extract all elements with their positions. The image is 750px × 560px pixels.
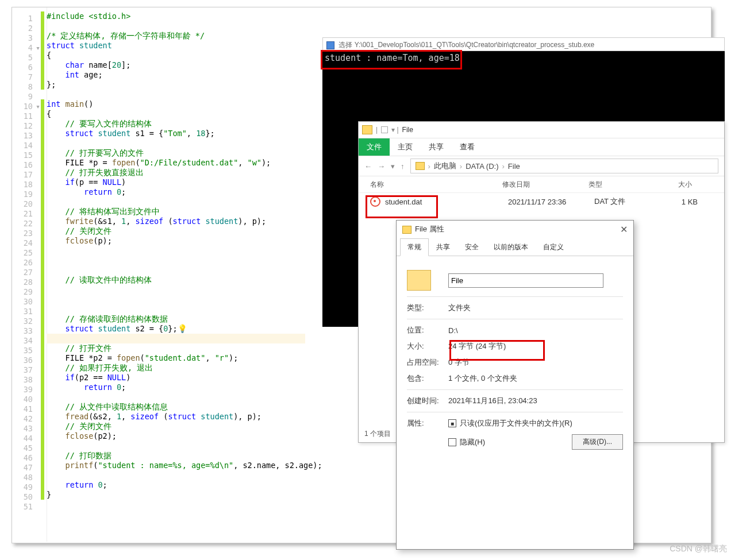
folder-icon (402, 226, 411, 234)
close-icon[interactable]: ✕ (620, 224, 628, 235)
breadcrumb[interactable]: DATA (D:) (466, 162, 498, 171)
prop-loc-value: D:\ (448, 326, 623, 335)
file-row[interactable]: student.dat 2021/11/17 23:36 DAT 文件 1 KB (359, 193, 724, 210)
readonly-checkbox[interactable]: ■只读(仅应用于文件夹中的文件)(R) (448, 418, 572, 428)
prop-created-label: 创建时间: (407, 396, 448, 406)
col-date[interactable]: 修改日期 (502, 180, 589, 190)
ptab-share[interactable]: 共享 (429, 238, 457, 256)
ptab-prev[interactable]: 以前的版本 (486, 238, 536, 256)
ptab-general[interactable]: 常规 (400, 238, 429, 256)
tab-file[interactable]: 文件 (359, 138, 390, 156)
col-name[interactable]: 名称 (370, 180, 502, 190)
folder-icon (362, 125, 372, 134)
properties-dialog[interactable]: File 属性 ✕ 常规 共享 安全 以前的版本 自定义 类型:文件夹 位置:D… (396, 220, 634, 550)
file-type: DAT 文件 (594, 196, 652, 207)
explorer-ribbon-tabs: 文件 主页 共享 查看 (359, 138, 724, 156)
properties-tabs: 常规 共享 安全 以前的版本 自定义 (397, 238, 633, 256)
explorer-titlebar[interactable]: | ▾ | File (359, 122, 724, 138)
console-title-path: Y:\001_DevelopTools\011_QT\Tools\QtCreat… (355, 41, 595, 49)
cmd-icon (326, 41, 334, 49)
prop-attr-label: 属性: (407, 418, 448, 428)
breadcrumb[interactable]: File (508, 162, 520, 171)
explorer-status: 1 个项目 (364, 429, 391, 439)
prop-disk-value: 0 字节 (448, 357, 623, 368)
ptab-security[interactable]: 安全 (457, 238, 486, 256)
nav-back-icon[interactable]: ← (364, 162, 372, 171)
breadcrumb[interactable]: 此电脑 (434, 161, 456, 171)
dialog-title: File 属性 (415, 225, 444, 233)
prop-size-value: 24 字节 (24 字节) (448, 341, 623, 352)
folder-icon (407, 270, 431, 291)
prop-type-label: 类型: (407, 303, 448, 313)
explorer-address-bar[interactable]: ← → ▾ ↑ › 此电脑 › DATA (D:) › File (359, 156, 724, 176)
prop-contain-value: 1 个文件, 0 个文件夹 (448, 373, 623, 384)
file-size: 1 KB (652, 198, 698, 206)
prop-disk-label: 占用空间: (407, 357, 448, 368)
col-type[interactable]: 类型 (589, 180, 646, 190)
qat-divider (381, 126, 388, 133)
prop-type-value: 文件夹 (448, 303, 623, 313)
watermark: CSDN @韩曙亮 (670, 544, 727, 554)
dialog-titlebar[interactable]: File 属性 ✕ (397, 221, 633, 238)
nav-up-icon[interactable]: ↑ (401, 162, 405, 171)
nav-forward-icon[interactable]: → (378, 162, 385, 171)
dat-file-icon (370, 196, 380, 207)
prop-loc-label: 位置: (407, 325, 448, 335)
console-output: student : name=Tom, age=18 (322, 51, 725, 65)
explorer-title: File (402, 126, 413, 134)
ptab-custom[interactable]: 自定义 (536, 238, 571, 256)
tab-home[interactable]: 主页 (390, 138, 421, 156)
hidden-label: 隐藏(H) (460, 437, 485, 447)
prop-size-label: 大小: (407, 341, 448, 352)
advanced-button[interactable]: 高级(D)... (572, 434, 623, 450)
hidden-checkbox[interactable]: 隐藏(H) (448, 437, 485, 447)
file-name: student.dat (385, 198, 508, 206)
prop-contain-label: 包含: (407, 373, 448, 384)
folder-icon (416, 162, 425, 170)
tab-view[interactable]: 查看 (452, 138, 483, 156)
explorer-column-headers[interactable]: 名称 修改日期 类型 大小 (359, 176, 724, 193)
col-size[interactable]: 大小 (646, 180, 692, 190)
file-date: 2021/11/17 23:36 (508, 198, 594, 206)
code-editor[interactable]: 1234▾5678910▾111213141516171819202122232… (12, 7, 322, 542)
tab-share[interactable]: 共享 (421, 138, 452, 156)
readonly-label: 只读(仅应用于文件夹中的文件)(R) (460, 418, 572, 428)
filename-input[interactable] (448, 273, 603, 288)
console-titlebar: 选择 Y:\001_DevelopTools\011_QT\Tools\QtCr… (322, 37, 725, 51)
console-title-prefix: 选择 (339, 41, 352, 49)
prop-created-value: 2021年11月16日, 23:04:23 (448, 396, 623, 406)
